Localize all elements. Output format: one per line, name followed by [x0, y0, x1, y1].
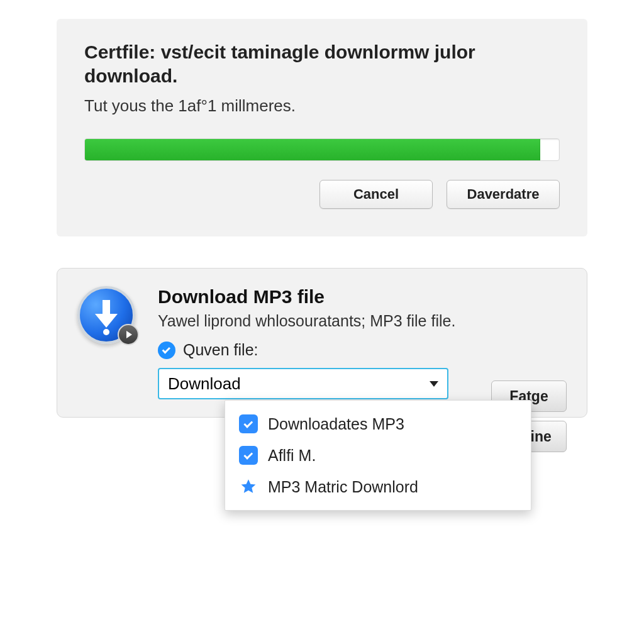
file-label: Quven file: [183, 341, 258, 359]
star-icon [239, 477, 258, 496]
download-select[interactable]: Download [158, 368, 448, 399]
checkbox-icon [239, 414, 258, 433]
cancel-button[interactable]: Cancel [319, 180, 433, 209]
dialog-button-row: Cancel Daverdatre [84, 180, 560, 209]
panel-subtitle: Tut yous the 1af°1 millmeres. [84, 96, 560, 116]
checkbox-icon [239, 446, 258, 465]
file-label-row: Quven file: [158, 341, 567, 359]
dropdown-option[interactable]: Aflfi M. [225, 440, 531, 471]
chevron-right-icon [118, 324, 139, 345]
panel-title: Certfile: vst/ecit taminagle downlormw j… [84, 40, 560, 87]
progress-bar [84, 138, 560, 161]
section-description: Yawel liprond whlosouratants; MP3 file f… [158, 311, 485, 331]
download-dropdown[interactable]: Downloadates MP3 Aflfi M. MP3 Matric Dow… [225, 400, 531, 511]
download-progress-panel: Certfile: vst/ecit taminagle downlormw j… [57, 19, 587, 236]
chevron-down-icon [430, 381, 438, 387]
download-icon [77, 286, 135, 344]
progress-fill [85, 139, 540, 160]
dropdown-option[interactable]: Downloadates MP3 [225, 408, 531, 440]
section-title: Download MP3 file [158, 286, 567, 308]
check-icon [158, 341, 175, 359]
dropdown-option-label: MP3 Matric Downlord [268, 478, 418, 496]
daverdatre-button[interactable]: Daverdatre [447, 180, 560, 209]
select-value: Download [168, 374, 241, 394]
download-mp3-panel: Download MP3 file Yawel liprond whlosour… [57, 268, 587, 418]
dropdown-option-label: Downloadates MP3 [268, 415, 404, 433]
dropdown-option[interactable]: MP3 Matric Downlord [225, 471, 531, 502]
dropdown-option-label: Aflfi M. [268, 447, 316, 465]
